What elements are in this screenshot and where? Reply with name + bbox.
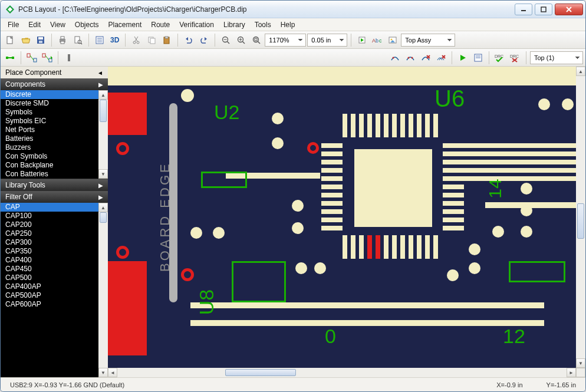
menubar: File Edit View Objects Placement Route V… [1, 18, 585, 31]
route-layer-combo[interactable]: Top (1) [530, 51, 583, 64]
category-scrollbar[interactable]: ▲▼ [98, 90, 108, 179]
canvas-hscrollbar[interactable]: ◄► [108, 368, 585, 377]
component-item[interactable]: CAP450 [1, 265, 108, 274]
category-item[interactable]: Discrete [1, 90, 108, 99]
component-list[interactable]: CAP CAP100 CAP200 CAP250 CAP300 CAP350 C… [1, 203, 108, 377]
tool-abc-button[interactable]: Abc [370, 33, 384, 47]
svg-rect-40 [255, 38, 257, 41]
category-item[interactable]: Con Backplane [1, 161, 108, 170]
component-item[interactable]: CAP300 [1, 238, 108, 247]
menu-placement[interactable]: Placement [104, 19, 147, 30]
category-item[interactable]: Net Ports [1, 126, 108, 134]
menu-tools[interactable]: Tools [250, 19, 276, 30]
new-button[interactable] [3, 33, 17, 47]
route-delete[interactable] [419, 51, 433, 65]
category-item[interactable]: Con Batteries [1, 170, 108, 179]
redo-button[interactable] [197, 33, 211, 47]
place-component-header[interactable]: Place Component◄ [1, 67, 108, 78]
category-item[interactable]: Batteries [1, 134, 108, 143]
copy-button[interactable] [144, 33, 159, 47]
sidebar: Place Component◄ Components▶ Discrete Di… [1, 67, 108, 377]
undo-button[interactable] [182, 33, 196, 47]
zoom-window-button[interactable] [249, 33, 264, 47]
titles-button[interactable] [93, 33, 107, 47]
zoom-in-button[interactable] [234, 33, 248, 47]
category-item[interactable]: Buzzers [1, 143, 108, 152]
svg-rect-28 [165, 37, 168, 38]
titlebar[interactable]: PCB Layout - [C:\TeelEngineering\OldProj… [1, 1, 585, 18]
save-button[interactable] [34, 33, 48, 47]
cut-button[interactable] [129, 33, 143, 47]
drc-off-button[interactable]: DRC [508, 51, 522, 65]
category-item[interactable]: Discrete SMD [1, 99, 108, 108]
route-curve-1[interactable] [388, 51, 402, 65]
route-delete-all[interactable] [434, 51, 448, 65]
svg-marker-67 [460, 55, 466, 61]
svg-rect-26 [150, 38, 155, 44]
svg-rect-14 [75, 37, 80, 43]
svg-rect-13 [61, 41, 64, 44]
menu-help[interactable]: Help [276, 19, 300, 30]
route-tool-1[interactable] [3, 51, 17, 65]
svg-rect-56 [49, 58, 52, 62]
route-tool-2[interactable] [25, 51, 39, 65]
category-item[interactable]: Con Symbols [1, 152, 108, 161]
svg-rect-49 [6, 57, 8, 59]
open-button[interactable] [18, 33, 32, 47]
component-scrollbar[interactable]: ▲▼ [98, 203, 108, 377]
svg-point-47 [391, 38, 393, 40]
component-item[interactable]: CAP100 [1, 212, 108, 220]
preview-button[interactable] [71, 33, 85, 47]
grid-combo[interactable]: 0.05 in [307, 34, 347, 47]
maximize-button[interactable] [535, 4, 552, 15]
menu-file[interactable]: File [3, 19, 24, 30]
components-header[interactable]: Components▶ [1, 78, 108, 90]
menu-library[interactable]: Library [219, 19, 250, 30]
component-item[interactable]: CAP [1, 203, 108, 212]
zoom-out-button[interactable] [219, 33, 233, 47]
component-item[interactable]: CAP400 [1, 256, 108, 265]
menu-route[interactable]: Route [146, 19, 175, 30]
tool-img-button[interactable] [386, 33, 400, 47]
minimize-button[interactable] [515, 4, 532, 15]
category-list[interactable]: Discrete Discrete SMD Symbols Symbols EI… [1, 90, 108, 179]
menu-objects[interactable]: Objects [70, 19, 104, 30]
svg-rect-59 [68, 54, 70, 61]
menu-edit[interactable]: Edit [24, 19, 45, 30]
component-item[interactable]: CAP500 [1, 274, 108, 282]
pcb-canvas[interactable]: BOARD EDGE [108, 67, 585, 368]
3d-button[interactable]: 3D [108, 36, 121, 44]
svg-point-61 [408, 57, 410, 58]
print-button[interactable] [55, 33, 70, 47]
component-item[interactable]: CAP350 [1, 247, 108, 256]
route-curve-2[interactable] [403, 51, 417, 65]
library-tools-header[interactable]: Library Tools▶ [1, 179, 108, 191]
filter-header[interactable]: Filter Off▶ [1, 191, 108, 203]
menu-verification[interactable]: Verification [175, 19, 219, 30]
list-button[interactable] [471, 51, 485, 65]
canvas-vscrollbar[interactable]: ▲▼ [576, 67, 585, 368]
layer-combo[interactable]: Top Assy [401, 34, 455, 47]
silk-u14: 14 [485, 179, 505, 198]
svg-point-60 [393, 57, 394, 58]
tool-a-button[interactable] [355, 33, 369, 47]
svg-rect-53 [34, 58, 37, 62]
component-item[interactable]: CAP500AP [1, 291, 108, 300]
paste-button[interactable] [160, 33, 174, 47]
drc-on-button[interactable]: DRC [493, 51, 507, 65]
route-tool-3[interactable] [40, 51, 54, 65]
close-button[interactable] [555, 4, 583, 15]
route-tool-4[interactable] [62, 51, 76, 65]
zoom-combo[interactable]: 1170% [265, 34, 306, 47]
component-item[interactable]: CAP400AP [1, 282, 108, 291]
app-window: PCB Layout - [C:\TeelEngineering\OldProj… [0, 0, 586, 392]
component-item[interactable]: CAP200 [1, 220, 108, 229]
svg-rect-9 [38, 37, 43, 39]
category-item[interactable]: Symbols EIC [1, 117, 108, 126]
category-item[interactable]: Symbols [1, 108, 108, 117]
menu-view[interactable]: View [45, 19, 70, 30]
svg-rect-3 [541, 7, 546, 12]
run-button[interactable] [456, 51, 470, 65]
component-item[interactable]: CAP250 [1, 229, 108, 238]
component-item[interactable]: CAP600AP [1, 300, 108, 309]
